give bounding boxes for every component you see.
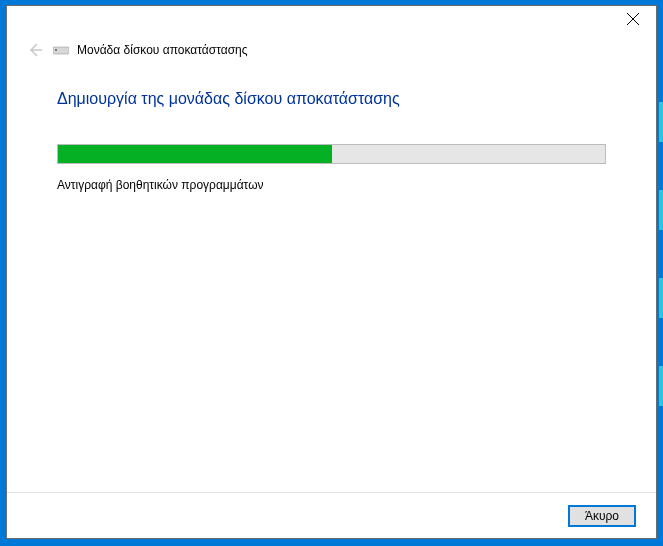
main-heading: Δημιουργία της μονάδας δίσκου αποκατάστα… xyxy=(57,90,606,108)
desktop-edge xyxy=(659,366,663,406)
desktop-edge xyxy=(659,278,663,318)
svg-rect-3 xyxy=(55,49,57,51)
window-title: Μονάδα δίσκου αποκατάστασης xyxy=(77,43,248,57)
drive-icon xyxy=(53,45,69,55)
desktop-edge xyxy=(659,190,663,230)
dialog-window: Μονάδα δίσκου αποκατάστασης Δημιουργία τ… xyxy=(6,5,657,539)
progress-fill xyxy=(58,145,332,163)
header-row: Μονάδα δίσκου αποκατάστασης xyxy=(7,38,656,62)
content-area: Δημιουργία της μονάδας δίσκου αποκατάστα… xyxy=(7,62,656,192)
status-text: Αντιγραφή βοηθητικών προγραμμάτων xyxy=(57,178,606,192)
cancel-button[interactable]: Άκυρο xyxy=(568,505,636,527)
desktop-edge xyxy=(659,102,663,142)
back-arrow-icon xyxy=(27,42,43,58)
close-icon xyxy=(626,12,640,26)
titlebar xyxy=(7,6,656,38)
footer: Άκυρο xyxy=(7,492,656,538)
progress-bar xyxy=(57,144,606,164)
close-button[interactable] xyxy=(626,12,642,28)
back-button xyxy=(25,40,45,60)
